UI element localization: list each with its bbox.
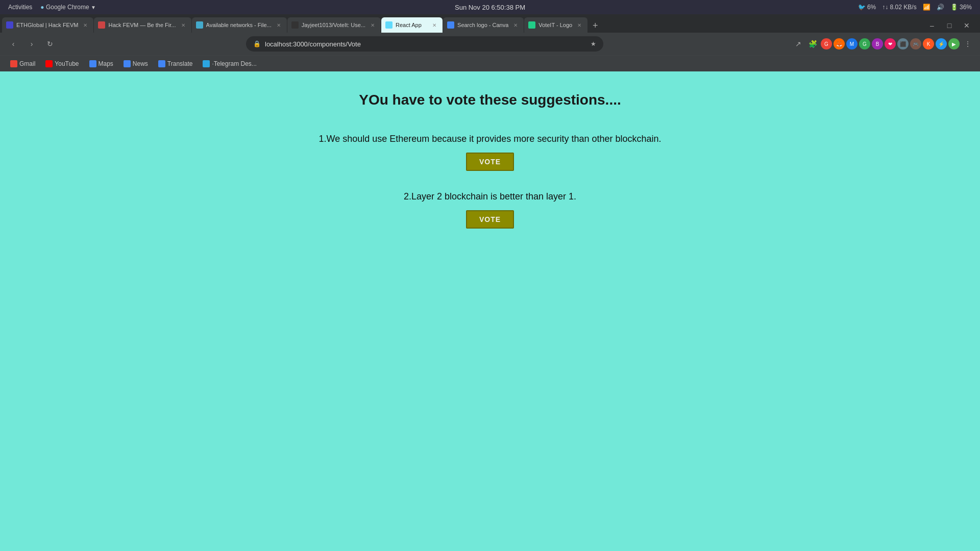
bookmark-label-translate: Translate xyxy=(167,60,193,67)
profile-icon-8[interactable]: 🎮 xyxy=(910,38,921,49)
bookmark-label-gmail: Gmail xyxy=(19,60,35,67)
bookmark-gmail[interactable]: Gmail xyxy=(6,58,39,69)
profile-icon-2[interactable]: 🦊 xyxy=(834,38,845,49)
url-bar[interactable]: 🔒 localhost:3000/components/Vote ★ xyxy=(246,36,603,52)
tab-favicon-4 xyxy=(291,21,299,29)
datetime: Sun Nov 20 6:50:38 PM xyxy=(455,4,525,11)
bookmark-telegram[interactable]: ·Telegram Des... xyxy=(199,58,260,69)
browser-actions: G 🦊 M G B ❤ ⬛ 🎮 K ⚡ ▶ xyxy=(821,38,960,49)
tab-favicon-7 xyxy=(528,21,535,29)
profile-icon-3[interactable]: M xyxy=(846,38,857,49)
minimize-button[interactable]: – xyxy=(925,18,939,33)
url-text[interactable]: localhost:3000/components/Vote xyxy=(265,40,586,48)
extensions-icon[interactable]: 🧩 xyxy=(806,38,819,50)
bookmarks-bar: Gmail YouTube Maps News Translate ·Teleg… xyxy=(0,55,980,71)
bookmark-favicon-news xyxy=(124,60,131,67)
tab-favicon-2 xyxy=(98,21,105,29)
vote-button-2[interactable]: VOTE xyxy=(466,210,514,229)
bookmark-label-youtube: YouTube xyxy=(55,60,79,67)
bookmark-label-news: News xyxy=(133,60,148,67)
bookmark-label-telegram: ·Telegram Des... xyxy=(212,60,256,67)
profile-icon-10[interactable]: ⚡ xyxy=(936,38,947,49)
suggestion-1: 1.We should use Ethereum because it prov… xyxy=(318,134,661,171)
toolbar-right: ↗ 🧩 G 🦊 M G B ❤ ⬛ 🎮 K ⚡ ▶ ⋮ xyxy=(792,38,974,50)
tab-title-4: Jayjeet1013/VoteIt: Use... xyxy=(302,22,365,28)
tab-favicon-5 xyxy=(385,21,393,29)
bookmark-favicon-translate xyxy=(158,60,165,67)
profile-icon-gmail[interactable]: G xyxy=(821,38,832,49)
os-topbar-left: Activities ● Google Chrome ▼ xyxy=(8,4,96,11)
cpu-usage: 🐦 6% xyxy=(858,4,876,11)
page-title: YOu have to vote these suggestions.... xyxy=(359,92,621,108)
tab-title-5: React App xyxy=(396,22,427,28)
bookmark-favicon-maps xyxy=(89,60,96,67)
star-icon[interactable]: ★ xyxy=(591,40,596,47)
tab-favicon-6 xyxy=(447,21,454,29)
bookmark-youtube[interactable]: YouTube xyxy=(41,58,83,69)
bookmark-translate[interactable]: Translate xyxy=(154,58,197,69)
os-topbar: Activities ● Google Chrome ▼ Sun Nov 20 … xyxy=(0,0,980,14)
back-button[interactable]: ‹ xyxy=(6,37,20,51)
browser-tab-5-active[interactable]: React App ✕ xyxy=(381,17,443,33)
suggestion-1-text: 1.We should use Ethereum because it prov… xyxy=(318,134,661,144)
tab-favicon-3 xyxy=(196,21,203,29)
browser-tab-2[interactable]: Hack FEVM — Be the Fir... ✕ xyxy=(94,17,191,33)
bookmark-maps[interactable]: Maps xyxy=(85,58,117,69)
tab-bar: ETHGlobal | Hack FEVM ✕ Hack FEVM — Be t… xyxy=(0,14,980,33)
tab-favicon-1 xyxy=(6,21,13,29)
wifi-icon: 📶 xyxy=(923,4,930,11)
vote-button-1[interactable]: VOTE xyxy=(466,153,514,171)
tab-title-3: Available networks - File... xyxy=(206,22,272,28)
new-tab-button[interactable]: + xyxy=(588,18,602,33)
forward-button[interactable]: › xyxy=(24,37,39,51)
bookmark-favicon-telegram xyxy=(203,60,210,67)
tab-close-4[interactable]: ✕ xyxy=(369,21,377,29)
tab-title-6: Search logo - Canva xyxy=(457,22,508,28)
reload-button[interactable]: ↻ xyxy=(43,37,57,51)
battery-level: 🔋 36% xyxy=(950,4,972,11)
profile-icon-6[interactable]: ❤ xyxy=(885,38,896,49)
tab-close-2[interactable]: ✕ xyxy=(179,21,187,29)
address-bar: ‹ › ↻ 🔒 localhost:3000/components/Vote ★… xyxy=(0,33,980,55)
lock-icon: 🔒 xyxy=(253,40,261,47)
close-button[interactable]: ✕ xyxy=(960,18,974,33)
page-content: YOu have to vote these suggestions.... 1… xyxy=(0,71,980,551)
tab-title-2: Hack FEVM — Be the Fir... xyxy=(108,22,176,28)
tab-close-6[interactable]: ✕ xyxy=(511,21,520,29)
tab-close-1[interactable]: ✕ xyxy=(81,21,89,29)
menu-icon[interactable]: ⋮ xyxy=(962,38,974,50)
os-topbar-right: 🐦 6% ↑↓ 8.02 KB/s 📶 🔊 🔋 36% xyxy=(858,4,972,11)
profile-icon-7[interactable]: ⬛ xyxy=(897,38,909,49)
cpu-icon: 🐦 xyxy=(858,4,866,11)
volume-icon: 🔊 xyxy=(937,4,944,11)
browser-tab-4[interactable]: Jayjeet1013/VoteIt: Use... ✕ xyxy=(287,17,381,33)
bookmark-news[interactable]: News xyxy=(119,58,152,69)
profile-icon-9[interactable]: K xyxy=(923,38,934,49)
browser-tab-7[interactable]: VoteIT - Logo ✕ xyxy=(524,17,587,33)
profile-icon-5[interactable]: B xyxy=(872,38,883,49)
browser-frame: ETHGlobal | Hack FEVM ✕ Hack FEVM — Be t… xyxy=(0,14,980,71)
tab-close-7[interactable]: ✕ xyxy=(575,21,583,29)
tab-close-3[interactable]: ✕ xyxy=(275,21,283,29)
tab-title-7: VoteIT - Logo xyxy=(538,22,572,28)
bookmark-favicon-gmail xyxy=(10,60,17,67)
network-speed: ↑↓ 8.02 KB/s xyxy=(882,4,916,11)
maximize-button[interactable]: □ xyxy=(942,18,957,33)
bookmark-label-maps: Maps xyxy=(99,60,113,67)
share-icon[interactable]: ↗ xyxy=(792,38,804,50)
tab-title-1: ETHGlobal | Hack FEVM xyxy=(16,22,78,28)
browser-label[interactable]: ● Google Chrome ▼ xyxy=(40,4,96,11)
bookmark-favicon-youtube xyxy=(45,60,53,67)
browser-tab-1[interactable]: ETHGlobal | Hack FEVM ✕ xyxy=(2,17,93,33)
suggestion-2-text: 2.Layer 2 blockchain is better than laye… xyxy=(404,191,576,202)
activities-label[interactable]: Activities xyxy=(8,4,32,11)
profile-icon-11[interactable]: ▶ xyxy=(948,38,960,49)
browser-tab-3[interactable]: Available networks - File... ✕ xyxy=(192,17,287,33)
suggestion-2: 2.Layer 2 blockchain is better than laye… xyxy=(404,191,576,229)
tab-close-5[interactable]: ✕ xyxy=(430,21,438,29)
browser-tab-6[interactable]: Search logo - Canva ✕ xyxy=(443,17,524,33)
profile-icon-4[interactable]: G xyxy=(859,38,870,49)
